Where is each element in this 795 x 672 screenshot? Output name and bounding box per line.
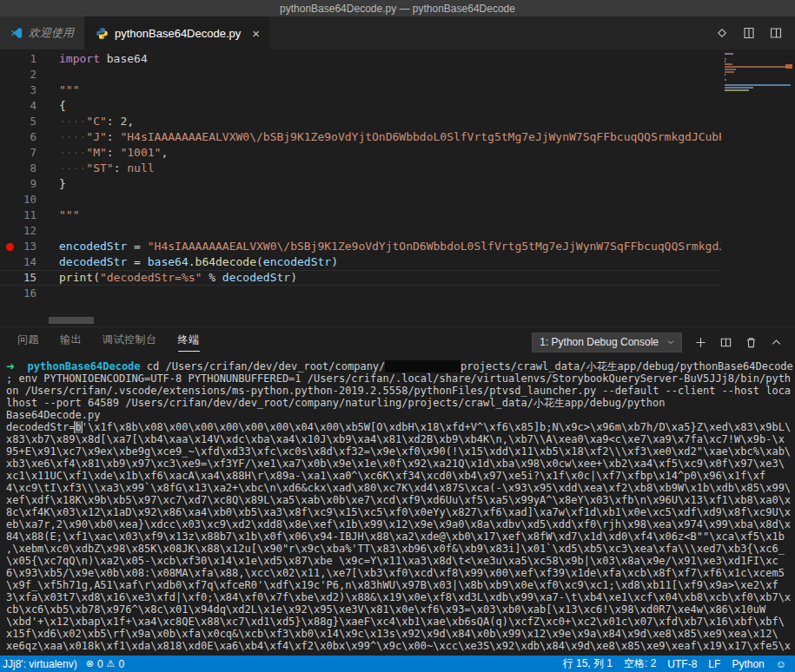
terminal-selector-value: 1: Python Debug Console [540, 336, 659, 348]
terminal-line: ,\xebm\xc0\xdbZ\x98\x85K\x08JK\x88\x12u[… [6, 543, 795, 555]
line-number[interactable]: 15 [0, 270, 36, 286]
line-number[interactable]: 9 [0, 176, 36, 192]
terminal-line: x83\xb7\x89\x8d[\xa7[\xb4\xaa\x14V\xdc\x… [6, 433, 795, 445]
code-line[interactable]: 6····"J": "H4sIAAAAAAAEALVXW0\/bSBj9K1Ze… [0, 129, 795, 145]
code-line[interactable]: 8····"ST": null [0, 161, 795, 176]
code-line[interactable]: 4{ [0, 98, 795, 114]
terminal-line: on /Users/crifan/.vscode/extensions/ms-p… [6, 385, 795, 397]
tab-bar: 欢迎使用 pythonBase64Decode.py × [0, 16, 795, 49]
code-line[interactable]: 1import base64 [0, 51, 795, 67]
title-bar: pythonBase64Decode.py — pythonBase64Deco… [0, 0, 795, 16]
new-terminal-icon[interactable] [694, 336, 707, 349]
panel-tab-output[interactable]: 输出 [60, 333, 82, 352]
code-line[interactable]: 11""" [0, 208, 795, 223]
line-number[interactable]: 11 [0, 208, 36, 223]
terminal-line: 3\xfa\x03t7\xd8\x16\xe3\xfd|\xf0;\x84\xf… [6, 591, 795, 603]
terminal-line: \x9f_\xf5h71g,A51\xaf\r\xdb0\xf7q\xfceR0… [6, 579, 795, 591]
line-number[interactable]: 3 [0, 82, 36, 98]
terminal-line: ➜ pythonBase64Decode cd /Users/crifan/de… [6, 360, 795, 372]
terminal-line: decodedStr=b'\x1f\x8b\x08\x00\x00\x00\x0… [6, 421, 795, 433]
panel-tab-problems[interactable]: 问题 [17, 333, 39, 352]
tab-file[interactable]: pythonBase64Decode.py × [85, 16, 270, 49]
split-terminal-icon[interactable] [719, 336, 732, 349]
terminal-selector[interactable]: 1: Python Debug Console [532, 333, 682, 352]
terminal-line: Base64Decode.py [6, 409, 795, 421]
line-number[interactable]: 10 [0, 192, 36, 208]
code-line[interactable]: 3""" [0, 82, 795, 98]
terminal-line: 84\x88(E;\xf1\xac\x03\xf9\x13z\x88b7\x1b… [6, 530, 795, 543]
terminal-line: eb\xa7r,2\x90\xb0\xea}\xdcc\x03\xc9\xd2\… [6, 518, 795, 530]
warning-icon: ⚠ [107, 658, 116, 669]
status-language[interactable]: Python [732, 658, 764, 670]
horizontal-scrollbar[interactable] [49, 317, 94, 324]
line-number[interactable]: 7 [0, 145, 36, 161]
bottom-panel: 问题 输出 调试控制台 终端 1: Python Debug Console [0, 326, 795, 656]
chevron-down-icon [666, 337, 676, 347]
open-changes-icon[interactable] [715, 26, 729, 40]
code-line[interactable]: 7····"M": "1001", [0, 145, 795, 161]
terminal-line: 95+E\x91\xc7\x9ex\xbe9g\xce9_~\xfd\xd33\… [6, 445, 795, 458]
line-number[interactable]: 6 [0, 129, 36, 145]
error-icon: ⊗ [86, 658, 94, 669]
code-area[interactable]: 1import base6423"""4{5····"C": 2,6····"J… [0, 49, 795, 301]
line-number[interactable]: 13 [0, 239, 36, 254]
open-preview-icon[interactable] [742, 26, 756, 40]
code-line[interactable]: 10 [0, 192, 795, 208]
breakpoint-dot[interactable] [6, 243, 14, 251]
code-line[interactable]: 13encodedStr = "H4sIAAAAAAAEALVXW0\/bSBj… [0, 239, 795, 254]
terminal-line: xef\xdf\x18K\x9b\xb5\x97\xc7\xd7\xc8Q\x8… [6, 494, 795, 506]
line-number[interactable]: 5 [0, 114, 36, 129]
python-icon [96, 27, 109, 40]
error-count: 0 [97, 658, 103, 670]
terminal-line: 8c\xf4K\x03\x12\x1aD\x92\x86\xa4\xb0\xb5… [6, 506, 795, 518]
panel-controls: 1: Python Debug Console [532, 333, 795, 352]
line-number[interactable]: 8 [0, 161, 36, 176]
terminal-line: \xbd'+\x12\xbap\x1f+\xa4\xc8QE\x88\xc7\x… [6, 616, 795, 628]
line-number[interactable]: 14 [0, 254, 36, 270]
terminal-line: xb3\xe6\xf4\x81\xb9\x97\xc3\xe9=\xf3YF/\… [6, 458, 795, 470]
terminal-line: lhost --port 64589 /Users/crifan/dev/dev… [6, 397, 795, 409]
terminal-line: 4\xc9\tI\xf3\\\xa3\x99`\x8fG\x13\xa2+\xb… [6, 482, 795, 494]
status-cursor-position[interactable]: 行 15, 列 1 [563, 656, 613, 671]
kill-terminal-icon[interactable] [745, 336, 758, 349]
feedback-smiley-icon[interactable]: ☺ [776, 658, 786, 670]
status-indentation[interactable]: 空格: 2 [624, 656, 656, 671]
maximize-panel-icon[interactable] [770, 336, 783, 349]
terminal-line: x15f\xd6\x02\xb5\rf\x9a\x0b\xfa\x0cq&\xc… [6, 628, 795, 640]
editor[interactable]: 1import base6423"""4{5····"C": 2,6····"J… [0, 49, 795, 326]
status-bar: JJj8': virtualenv) ⊗ 0 ⚠ 0 行 15, 列 1 空格:… [0, 656, 795, 672]
line-number[interactable]: 16 [0, 286, 36, 301]
terminal-line: ; env PYTHONIOENCODING=UTF-8 PYTHONUNBUF… [6, 372, 795, 385]
status-encoding[interactable]: UTF-8 [667, 658, 697, 670]
warning-count: 0 [118, 658, 124, 670]
line-number[interactable]: 4 [0, 98, 36, 114]
terminal-line: cb\xc6\xb5\xb78\x976^\x8c\x01\x94dq\xd2L… [6, 603, 795, 616]
terminal-line: 6\x93\xb5/\x9e\x0b\x08:\x08MA\xfa\x88,\x… [6, 567, 795, 579]
panel-tab-terminal[interactable]: 终端 [178, 333, 200, 352]
tab-welcome[interactable]: 欢迎使用 [0, 16, 85, 49]
panel-tabs: 问题 输出 调试控制台 终端 [0, 333, 200, 352]
code-line[interactable]: 14decodedStr = base64.b64decode(encodedS… [0, 254, 795, 270]
split-editor-icon[interactable] [769, 26, 783, 40]
line-number[interactable]: 1 [0, 51, 36, 67]
code-line[interactable]: 16 [0, 286, 795, 301]
terminal-output[interactable]: ➜ pythonBase64Decode cd /Users/crifan/de… [0, 357, 795, 652]
panel-tab-debug-console[interactable]: 调试控制台 [103, 333, 157, 352]
vscode-icon [10, 27, 23, 39]
code-line[interactable]: 2 [0, 67, 795, 82]
line-number[interactable]: 12 [0, 223, 36, 239]
status-eol[interactable]: LF [708, 658, 720, 670]
panel-header: 问题 输出 调试控制台 终端 1: Python Debug Console [0, 327, 795, 357]
problems-indicator[interactable]: ⊗ 0 ⚠ 0 [86, 658, 124, 670]
tab-label: 欢迎使用 [29, 25, 74, 41]
line-number[interactable]: 2 [0, 67, 36, 82]
python-env-indicator[interactable]: JJj8': virtualenv) [3, 658, 77, 670]
code-line[interactable]: 12 [0, 223, 795, 239]
terminal-line: xe6qz\xaa\x018k\xf1\xda\x818\xd0E\xa6\xb… [6, 640, 795, 652]
code-line[interactable]: 5····"C": 2, [0, 114, 795, 129]
editor-actions [715, 16, 795, 49]
code-line[interactable]: 9} [0, 176, 795, 192]
close-tab-icon[interactable]: × [252, 26, 260, 41]
code-line[interactable]: 15print("decodedStr=%s" % decodedStr) [0, 270, 795, 286]
minimap[interactable] [721, 49, 795, 326]
